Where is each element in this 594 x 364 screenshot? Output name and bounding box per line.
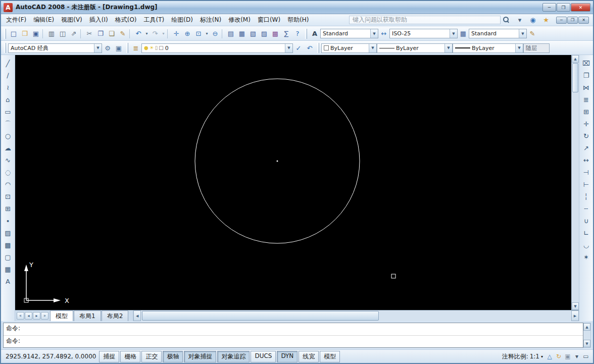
toggle-ortho[interactable]: 正交: [141, 351, 162, 362]
toggle-grid[interactable]: 栅格: [120, 351, 140, 362]
color-combo[interactable]: ByLayer ▼: [321, 43, 377, 53]
break-button[interactable]: ╌: [581, 203, 592, 214]
menu-window[interactable]: 窗口(W): [254, 14, 284, 26]
tab-first-button[interactable]: «: [17, 312, 24, 320]
style-edit-icon[interactable]: ✎: [527, 28, 538, 39]
mdi-minimize-button[interactable]: ─: [556, 17, 567, 24]
extend-button[interactable]: ⊢: [581, 179, 592, 190]
toolbar-grip[interactable]: [4, 43, 6, 53]
copy-button[interactable]: ❐: [95, 28, 106, 39]
annotation-scale-arrow-icon[interactable]: ▾: [541, 354, 543, 359]
undo-button[interactable]: ↶: [133, 28, 144, 39]
toggle-ducs[interactable]: DUCS: [251, 351, 276, 362]
tab-next-button[interactable]: ▸: [33, 312, 40, 320]
menu-help[interactable]: 帮助(H): [284, 14, 312, 26]
menu-file[interactable]: 文件(F): [3, 14, 30, 26]
scale-button[interactable]: ↗: [581, 142, 592, 153]
drawing-canvas[interactable]: Y X: [15, 55, 571, 310]
lineweight-combo[interactable]: ByLayer ▼: [453, 43, 523, 53]
sheetset-manager-button[interactable]: ▨: [259, 28, 270, 39]
search-dropdown-arrow[interactable]: ▾: [514, 15, 525, 26]
linetype-combo[interactable]: ByLayer ▼: [377, 43, 453, 53]
tab-layout1[interactable]: 布局1: [74, 310, 101, 321]
combo-arrow-icon[interactable]: ▼: [444, 44, 452, 53]
workspace-save-button[interactable]: ▣: [113, 42, 124, 54]
command-scroll-down-button[interactable]: ▼: [583, 340, 590, 347]
publish-button[interactable]: ⇗: [68, 28, 79, 39]
toolbar-grip[interactable]: [126, 43, 128, 53]
toolbar-grip[interactable]: [4, 29, 6, 39]
hatch-button[interactable]: ▨: [3, 227, 14, 238]
zoom-realtime-button[interactable]: ⊕: [182, 28, 193, 39]
menu-draw[interactable]: 绘图(D): [168, 14, 196, 26]
command-scroll-track[interactable]: [583, 331, 590, 340]
save-button[interactable]: ▣: [30, 28, 41, 39]
explode-button[interactable]: ✶: [581, 251, 592, 263]
clean-screen-button[interactable]: ▭: [581, 352, 590, 361]
titlebar[interactable]: A AutoCAD 2008 - 未注册版 - [Drawing1.dwg] ─…: [1, 1, 593, 14]
toggle-dyn[interactable]: DYN: [277, 351, 298, 362]
scroll-up-button[interactable]: ▲: [572, 55, 579, 63]
combo-arrow-icon[interactable]: ▼: [94, 44, 102, 53]
move-button[interactable]: ✛: [581, 118, 592, 129]
circle-button[interactable]: ○: [3, 130, 14, 141]
point-button[interactable]: ∙: [3, 215, 14, 226]
designcenter-button[interactable]: ▦: [236, 28, 247, 39]
tab-model[interactable]: 模型: [50, 310, 73, 321]
menu-tools[interactable]: 工具(T): [140, 14, 168, 26]
region-button[interactable]: ▢: [3, 251, 14, 263]
dim-style-combo[interactable]: ISO-25 ▼: [389, 29, 458, 38]
annotation-visibility-button[interactable]: △: [545, 352, 554, 361]
tool-palettes-button[interactable]: ▧: [247, 28, 259, 39]
horizontal-scrollbar[interactable]: ◀ ▶: [133, 310, 579, 321]
plot-button[interactable]: ▥: [46, 28, 57, 39]
communication-center-icon[interactable]: ◉: [527, 15, 538, 26]
mdi-restore-button[interactable]: ❐: [567, 17, 578, 24]
open-folder-button[interactable]: ❒: [19, 28, 30, 39]
layer-combo[interactable]: ●☀▯□ 0 ▼: [141, 43, 293, 53]
redo-dropdown-button[interactable]: ▾: [161, 28, 166, 39]
mirror-button[interactable]: ⋈: [581, 82, 592, 93]
revision-cloud-button[interactable]: ☁: [3, 142, 14, 153]
erase-button[interactable]: ⌧: [581, 58, 592, 69]
offset-button[interactable]: ≣: [581, 94, 592, 105]
toolbar-grip[interactable]: [317, 43, 319, 53]
arc-button[interactable]: ⌒: [3, 118, 14, 129]
menu-format[interactable]: 格式(O): [112, 14, 140, 26]
line-button[interactable]: ╱: [3, 58, 14, 69]
tab-layout2[interactable]: 布局2: [102, 310, 129, 321]
cut-button[interactable]: ✂: [84, 28, 95, 39]
coordinate-display[interactable]: 2925.9142, 257.4892, 0.0000: [4, 352, 98, 361]
combo-arrow-icon[interactable]: ▼: [450, 29, 457, 38]
toggle-model[interactable]: 模型: [320, 351, 340, 362]
chamfer-button[interactable]: ∟: [581, 227, 592, 238]
menu-modify[interactable]: 修改(M): [225, 14, 254, 26]
rotate-button[interactable]: ↻: [581, 130, 592, 141]
scroll-right-button[interactable]: ▶: [571, 310, 579, 321]
polygon-button[interactable]: ⌂: [3, 94, 14, 105]
pan-realtime-button[interactable]: ✛: [171, 28, 182, 39]
ellipse-button[interactable]: ◌: [3, 167, 14, 178]
toggle-polar[interactable]: 极轴: [163, 351, 183, 362]
table-style-combo[interactable]: Standard ▼: [469, 29, 527, 38]
array-button[interactable]: ⊞: [581, 106, 592, 117]
maximize-button[interactable]: ❐: [557, 3, 570, 12]
construction-line-button[interactable]: ∕: [3, 70, 14, 81]
scroll-down-button[interactable]: ▼: [572, 302, 579, 310]
layer-previous-button[interactable]: ↶: [304, 42, 315, 54]
command-prompt-line[interactable]: 命令:: [4, 336, 583, 348]
table-button[interactable]: ▦: [3, 264, 14, 275]
search-icon[interactable]: [503, 17, 510, 23]
make-object-layer-current-button[interactable]: ✓: [293, 42, 304, 54]
combo-arrow-icon[interactable]: ▼: [285, 44, 292, 53]
annotation-scale-control[interactable]: 注释比例: 1:1 ▾: [502, 352, 543, 361]
combo-arrow-icon[interactable]: ▼: [519, 29, 526, 38]
gradient-button[interactable]: ▩: [3, 239, 14, 250]
horizontal-scroll-thumb[interactable]: [142, 311, 378, 321]
horizontal-scroll-track[interactable]: [141, 310, 571, 321]
combo-arrow-icon[interactable]: ▼: [369, 44, 376, 53]
command-scroll-up-button[interactable]: ▲: [583, 323, 590, 331]
minimize-button[interactable]: ─: [542, 3, 556, 12]
menu-insert[interactable]: 插入(I): [86, 14, 112, 26]
toggle-lwt[interactable]: 线宽: [299, 351, 319, 362]
